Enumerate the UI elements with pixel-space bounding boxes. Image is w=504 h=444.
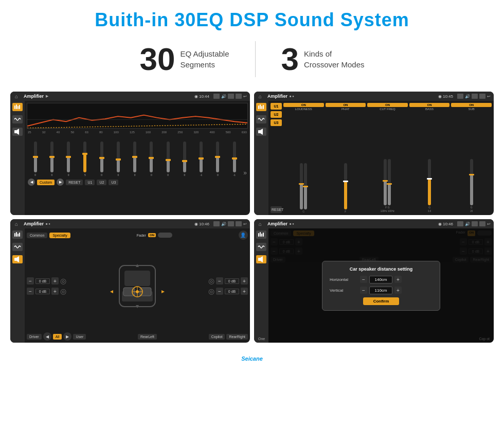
distance-dialog: Car speaker distance setting Horizontal …: [322, 261, 440, 311]
sidebar-eq-icon[interactable]: [12, 103, 23, 111]
sub-freq: G20: [470, 206, 473, 213]
topbar-3: ⌂ Amplifier ■ ● ◉ 10:46 🔊 ↩: [10, 219, 250, 228]
svg-rect-2: [17, 106, 19, 109]
slider-10: 0: [177, 141, 192, 176]
slider-4: 5: [78, 141, 93, 176]
expand-icon-4: [479, 221, 485, 226]
sidebar-wave-icon-2[interactable]: [256, 115, 266, 123]
sub-on[interactable]: ON: [451, 103, 492, 107]
reset-btn[interactable]: RESET: [66, 180, 83, 185]
phat-on[interactable]: ON: [326, 103, 366, 107]
driver-btn[interactable]: Driver: [27, 334, 42, 340]
home-icon[interactable]: ⌂: [13, 93, 20, 99]
car-diagram-area: [68, 263, 206, 309]
sidebar-eq-icon-4[interactable]: [256, 230, 266, 239]
one-label: One: [258, 337, 265, 341]
loudness-on[interactable]: ON: [283, 103, 324, 107]
screen-eq: ⌂ Amplifier ▶ ◉ 10:44 🔊 ↩: [10, 92, 250, 215]
app-title-2: Amplifier: [267, 94, 287, 99]
svg-rect-3: [19, 105, 20, 109]
sidebar-speaker-icon-2[interactable]: [256, 128, 266, 136]
right-arrow[interactable]: ▶: [63, 332, 71, 341]
screen-body-2: U1 U2 U3 RESET ON LOUDNESS: [254, 101, 494, 215]
db4-minus[interactable]: −: [216, 288, 223, 295]
cutfreq-label: CUT FREQ: [380, 108, 395, 111]
u1-preset[interactable]: U1: [271, 103, 282, 110]
dot-icon-2: ■ ●: [290, 95, 294, 98]
sidebar-4: [254, 228, 268, 343]
stat-crossover-desc: Kinds of Crossover Modes: [304, 48, 365, 70]
sidebar-speaker-icon-3[interactable]: [12, 255, 23, 263]
common-tab-3[interactable]: Common: [27, 233, 47, 238]
cutfreq-on[interactable]: ON: [367, 103, 408, 107]
db3-minus[interactable]: −: [216, 277, 223, 285]
bass-on[interactable]: ON: [409, 103, 450, 107]
screen-body-1: 253240506380 100125160200250320 40050063…: [10, 101, 250, 215]
home-icon-3[interactable]: ⌂: [13, 221, 20, 227]
user-btn[interactable]: User: [73, 334, 86, 340]
fader-on[interactable]: ON: [148, 233, 156, 237]
slider-13: -1: [227, 141, 242, 176]
rearright-btn[interactable]: RearRight: [226, 334, 248, 340]
horizontal-plus[interactable]: +: [394, 276, 402, 283]
db3-plus[interactable]: +: [241, 277, 248, 285]
custom-btn[interactable]: Custom: [37, 180, 55, 185]
u3-preset[interactable]: U3: [271, 119, 282, 126]
home-icon-2[interactable]: ⌂: [257, 93, 263, 99]
sidebar-eq-icon-3[interactable]: [12, 230, 23, 239]
db2-minus[interactable]: −: [27, 288, 34, 295]
svg-rect-1: [16, 104, 17, 109]
horizontal-minus[interactable]: −: [360, 276, 367, 283]
db1-minus[interactable]: −: [27, 277, 34, 285]
watermark: Seicane: [0, 353, 504, 364]
channel-cutfreq: ON CUT FREQ: [367, 103, 408, 213]
channel-phat: ON PHAT F: [326, 103, 366, 213]
db1-plus[interactable]: +: [51, 277, 59, 285]
speaker-middle: − 0 dB + ◎ − 0 dB + ◎: [27, 241, 248, 331]
all-btn[interactable]: All: [53, 334, 62, 340]
channel-bass: ON BASS G3.0: [409, 103, 450, 213]
time-3: ◉ 10:46: [194, 222, 209, 226]
home-icon-4[interactable]: ⌂: [257, 221, 263, 227]
db4-plus[interactable]: +: [241, 288, 248, 295]
sidebar-speaker-icon[interactable]: [12, 128, 23, 136]
vertical-minus[interactable]: −: [360, 287, 367, 294]
u2-btn[interactable]: U2: [97, 180, 106, 185]
speaker-screen: Common Specialty Fader ON 👤: [27, 230, 248, 341]
u2-preset[interactable]: U2: [271, 111, 282, 118]
svg-marker-28: [161, 290, 165, 293]
vertical-plus[interactable]: +: [394, 287, 402, 294]
eq-bottom-bar: ◀ Custom ▶ RESET U1 U2 U3: [27, 177, 248, 187]
sidebar-eq-icon-2[interactable]: [256, 103, 266, 111]
screen-speaker: ⌂ Amplifier ■ ● ◉ 10:46 🔊 ↩: [10, 219, 250, 343]
u3-btn[interactable]: U3: [109, 180, 118, 185]
u1-btn[interactable]: U1: [85, 180, 95, 185]
back-icon-4: ↩: [487, 222, 491, 226]
sidebar-wave-icon[interactable]: [12, 115, 23, 123]
play-btn[interactable]: ▶: [57, 179, 64, 186]
speaker-bottom: Driver ◀ All ▶ User RearLeft Copilot Rea…: [27, 332, 248, 341]
speaker-left-controls: − 0 dB + ◎ − 0 dB + ◎: [27, 277, 66, 295]
confirm-button[interactable]: Confirm: [363, 297, 400, 305]
specialty-tab-3[interactable]: Specialty: [49, 233, 70, 238]
sidebar-wave-icon-4[interactable]: [256, 243, 266, 251]
left-arrow[interactable]: ◀: [43, 332, 51, 341]
svg-rect-4: [14, 130, 16, 133]
person-icon: 👤: [239, 230, 248, 240]
screen-crossover: ⌂ Amplifier ■ ● ◉ 10:45 🔊 ↩: [254, 92, 494, 215]
prev-btn[interactable]: ◀: [28, 179, 35, 186]
db2-plus[interactable]: +: [51, 288, 59, 295]
car-diagram-svg: [109, 263, 166, 309]
sidebar-wave-icon-3[interactable]: [12, 243, 23, 251]
cross-reset[interactable]: RESET: [271, 206, 282, 213]
cutfreq-freqs: F G120Hz 100Hz: [381, 206, 394, 213]
eq-sliders: 0 0 0 5: [27, 135, 248, 176]
speaker-content: Common Specialty Fader ON 👤: [25, 228, 250, 343]
sidebar-speaker-icon-4[interactable]: [256, 255, 266, 263]
screens-grid: ⌂ Amplifier ▶ ◉ 10:44 🔊 ↩: [0, 87, 504, 353]
rearleft-btn[interactable]: RearLeft: [138, 334, 157, 340]
slider-12: 0: [210, 141, 225, 176]
fader-slider[interactable]: [158, 233, 172, 238]
copilot-btn[interactable]: Copilot: [209, 334, 225, 340]
slider-5: 0: [94, 141, 109, 176]
